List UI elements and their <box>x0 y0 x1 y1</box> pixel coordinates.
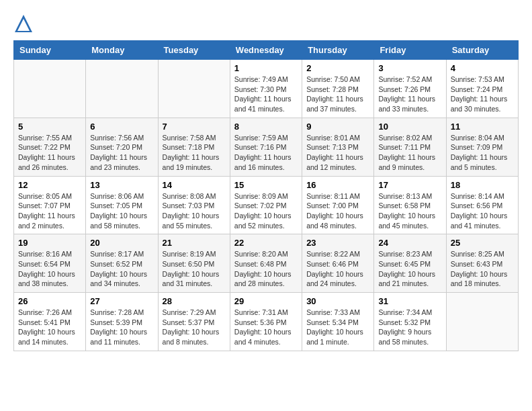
calendar-cell: 28Sunrise: 7:29 AM Sunset: 5:37 PM Dayli… <box>158 293 230 351</box>
day-info: Sunrise: 7:34 AM Sunset: 5:32 PM Dayligh… <box>378 308 441 347</box>
day-info: Sunrise: 8:16 AM Sunset: 6:54 PM Dayligh… <box>18 249 81 289</box>
day-info: Sunrise: 7:33 AM Sunset: 5:34 PM Dayligh… <box>306 308 369 347</box>
calendar-cell <box>86 60 158 118</box>
day-number: 24 <box>378 238 441 248</box>
header-row: SundayMondayTuesdayWednesdayThursdayFrid… <box>14 41 519 60</box>
calendar-cell: 30Sunrise: 7:33 AM Sunset: 5:34 PM Dayli… <box>302 293 374 351</box>
calendar-cell: 11Sunrise: 8:04 AM Sunset: 7:09 PM Dayli… <box>446 118 518 176</box>
day-number: 20 <box>90 238 153 248</box>
day-number: 17 <box>378 180 441 190</box>
day-number: 27 <box>90 296 153 306</box>
day-info: Sunrise: 8:05 AM Sunset: 7:07 PM Dayligh… <box>18 191 81 231</box>
week-row-2: 5Sunrise: 7:55 AM Sunset: 7:22 PM Daylig… <box>14 118 519 176</box>
calendar-cell: 25Sunrise: 8:25 AM Sunset: 6:43 PM Dayli… <box>446 234 518 293</box>
column-header-monday: Monday <box>86 41 158 60</box>
day-info: Sunrise: 8:19 AM Sunset: 6:50 PM Dayligh… <box>163 249 226 289</box>
day-number: 13 <box>90 180 153 190</box>
calendar-cell: 26Sunrise: 7:26 AM Sunset: 5:41 PM Dayli… <box>14 293 86 351</box>
day-info: Sunrise: 8:06 AM Sunset: 7:05 PM Dayligh… <box>90 191 153 231</box>
day-info: Sunrise: 8:17 AM Sunset: 6:52 PM Dayligh… <box>90 249 153 289</box>
calendar-cell: 22Sunrise: 8:20 AM Sunset: 6:48 PM Dayli… <box>230 234 302 293</box>
calendar-cell: 29Sunrise: 7:31 AM Sunset: 5:36 PM Dayli… <box>230 293 302 351</box>
calendar-cell: 24Sunrise: 8:23 AM Sunset: 6:45 PM Dayli… <box>374 234 446 293</box>
day-info: Sunrise: 7:28 AM Sunset: 5:39 PM Dayligh… <box>90 308 153 347</box>
calendar-cell <box>14 60 86 118</box>
day-info: Sunrise: 7:29 AM Sunset: 5:37 PM Dayligh… <box>163 308 226 347</box>
calendar-cell: 18Sunrise: 8:14 AM Sunset: 6:56 PM Dayli… <box>446 176 518 234</box>
week-row-3: 12Sunrise: 8:05 AM Sunset: 7:07 PM Dayli… <box>14 176 519 234</box>
logo-icon <box>13 13 34 34</box>
day-info: Sunrise: 8:04 AM Sunset: 7:09 PM Dayligh… <box>451 133 514 173</box>
day-number: 28 <box>163 296 226 306</box>
calendar-cell: 27Sunrise: 7:28 AM Sunset: 5:39 PM Dayli… <box>86 293 158 351</box>
day-info: Sunrise: 7:55 AM Sunset: 7:22 PM Dayligh… <box>18 133 81 173</box>
day-number: 6 <box>90 122 153 132</box>
day-info: Sunrise: 8:08 AM Sunset: 7:03 PM Dayligh… <box>163 191 226 231</box>
day-number: 1 <box>234 63 298 73</box>
calendar-cell <box>446 293 518 351</box>
calendar-page: SundayMondayTuesdayWednesdayThursdayFrid… <box>0 0 532 358</box>
day-number: 16 <box>306 180 369 190</box>
day-info: Sunrise: 7:26 AM Sunset: 5:41 PM Dayligh… <box>18 308 81 347</box>
day-info: Sunrise: 8:25 AM Sunset: 6:43 PM Dayligh… <box>451 249 514 289</box>
day-number: 7 <box>163 122 226 132</box>
day-number: 4 <box>451 63 514 73</box>
calendar-cell: 1Sunrise: 7:49 AM Sunset: 7:30 PM Daylig… <box>230 60 302 118</box>
day-number: 15 <box>234 180 298 190</box>
day-number: 9 <box>306 122 369 132</box>
day-number: 22 <box>234 238 298 248</box>
day-info: Sunrise: 7:50 AM Sunset: 7:28 PM Dayligh… <box>306 75 369 114</box>
day-info: Sunrise: 7:56 AM Sunset: 7:20 PM Dayligh… <box>90 133 153 173</box>
day-info: Sunrise: 8:01 AM Sunset: 7:13 PM Dayligh… <box>306 133 369 173</box>
day-info: Sunrise: 7:49 AM Sunset: 7:30 PM Dayligh… <box>234 75 298 114</box>
day-number: 23 <box>306 238 369 248</box>
day-number: 11 <box>451 122 514 132</box>
calendar-cell: 7Sunrise: 7:58 AM Sunset: 7:18 PM Daylig… <box>158 118 230 176</box>
day-number: 29 <box>234 296 298 306</box>
day-info: Sunrise: 8:22 AM Sunset: 6:46 PM Dayligh… <box>306 249 369 289</box>
calendar-cell: 5Sunrise: 7:55 AM Sunset: 7:22 PM Daylig… <box>14 118 86 176</box>
column-header-tuesday: Tuesday <box>158 41 230 60</box>
day-number: 26 <box>18 296 81 306</box>
week-row-4: 19Sunrise: 8:16 AM Sunset: 6:54 PM Dayli… <box>14 234 519 293</box>
day-info: Sunrise: 8:14 AM Sunset: 6:56 PM Dayligh… <box>451 191 514 231</box>
calendar-cell: 4Sunrise: 7:53 AM Sunset: 7:24 PM Daylig… <box>446 60 518 118</box>
day-number: 5 <box>18 122 81 132</box>
day-info: Sunrise: 8:11 AM Sunset: 7:00 PM Dayligh… <box>306 191 369 231</box>
column-header-saturday: Saturday <box>446 41 518 60</box>
week-row-5: 26Sunrise: 7:26 AM Sunset: 5:41 PM Dayli… <box>14 293 519 351</box>
calendar-cell: 2Sunrise: 7:50 AM Sunset: 7:28 PM Daylig… <box>302 60 374 118</box>
column-header-sunday: Sunday <box>14 41 86 60</box>
calendar-cell: 3Sunrise: 7:52 AM Sunset: 7:26 PM Daylig… <box>374 60 446 118</box>
day-info: Sunrise: 8:09 AM Sunset: 7:02 PM Dayligh… <box>234 191 298 231</box>
day-number: 10 <box>378 122 441 132</box>
day-number: 25 <box>451 238 514 248</box>
calendar-cell: 10Sunrise: 8:02 AM Sunset: 7:11 PM Dayli… <box>374 118 446 176</box>
calendar-cell: 14Sunrise: 8:08 AM Sunset: 7:03 PM Dayli… <box>158 176 230 234</box>
day-number: 19 <box>18 238 81 248</box>
calendar-cell: 6Sunrise: 7:56 AM Sunset: 7:20 PM Daylig… <box>86 118 158 176</box>
calendar-cell: 20Sunrise: 8:17 AM Sunset: 6:52 PM Dayli… <box>86 234 158 293</box>
day-number: 18 <box>451 180 514 190</box>
logo <box>13 13 37 34</box>
day-info: Sunrise: 7:31 AM Sunset: 5:36 PM Dayligh… <box>234 308 298 347</box>
day-info: Sunrise: 8:02 AM Sunset: 7:11 PM Dayligh… <box>378 133 441 173</box>
column-header-thursday: Thursday <box>302 41 374 60</box>
day-info: Sunrise: 7:52 AM Sunset: 7:26 PM Dayligh… <box>378 75 441 114</box>
calendar-cell: 17Sunrise: 8:13 AM Sunset: 6:58 PM Dayli… <box>374 176 446 234</box>
calendar-cell: 13Sunrise: 8:06 AM Sunset: 7:05 PM Dayli… <box>86 176 158 234</box>
day-info: Sunrise: 8:20 AM Sunset: 6:48 PM Dayligh… <box>234 249 298 289</box>
calendar-cell: 12Sunrise: 8:05 AM Sunset: 7:07 PM Dayli… <box>14 176 86 234</box>
day-info: Sunrise: 8:23 AM Sunset: 6:45 PM Dayligh… <box>378 249 441 289</box>
day-info: Sunrise: 7:58 AM Sunset: 7:18 PM Dayligh… <box>163 133 226 173</box>
week-row-1: 1Sunrise: 7:49 AM Sunset: 7:30 PM Daylig… <box>14 60 519 118</box>
calendar-cell: 31Sunrise: 7:34 AM Sunset: 5:32 PM Dayli… <box>374 293 446 351</box>
day-info: Sunrise: 7:53 AM Sunset: 7:24 PM Dayligh… <box>451 75 514 114</box>
day-number: 2 <box>306 63 369 73</box>
day-info: Sunrise: 8:13 AM Sunset: 6:58 PM Dayligh… <box>378 191 441 231</box>
calendar-cell: 15Sunrise: 8:09 AM Sunset: 7:02 PM Dayli… <box>230 176 302 234</box>
calendar-cell: 9Sunrise: 8:01 AM Sunset: 7:13 PM Daylig… <box>302 118 374 176</box>
day-number: 8 <box>234 122 298 132</box>
day-info: Sunrise: 7:59 AM Sunset: 7:16 PM Dayligh… <box>234 133 298 173</box>
calendar-cell: 16Sunrise: 8:11 AM Sunset: 7:00 PM Dayli… <box>302 176 374 234</box>
